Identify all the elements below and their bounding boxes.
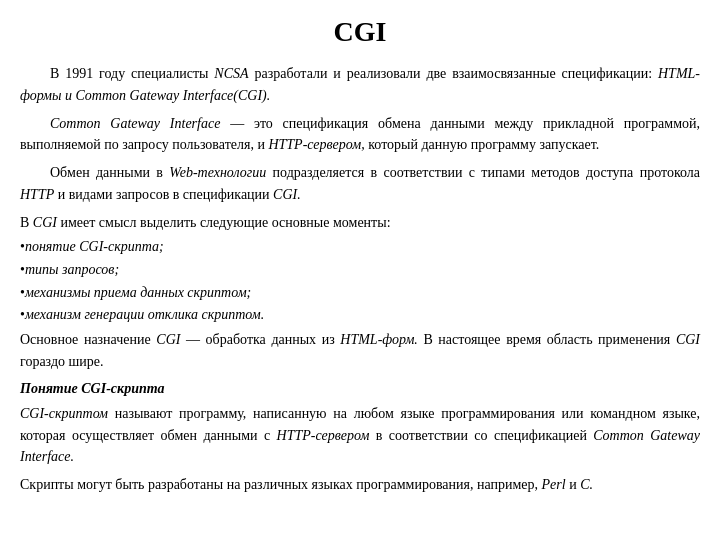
page-title: CGI	[20, 10, 700, 53]
bullet-item-4: •механизм генерации отклика скриптом.	[20, 304, 700, 326]
p2-text: Common Gateway Interface — это специфика…	[20, 116, 700, 153]
p1-text: В 1991 году специалисты NCSA разработали…	[20, 66, 700, 103]
bullet-item-1: •понятие CGI-скрипта;	[20, 236, 700, 258]
bullet-3-text: •механизмы приема данных скриптом;	[20, 285, 251, 300]
bullet-2-text: •типы запросов;	[20, 262, 119, 277]
paragraph-7: Скрипты могут быть разработаны на различ…	[20, 474, 700, 496]
paragraph-6-heading: Понятие CGI-скрипта	[20, 378, 700, 400]
p5-text: Основное назначение CGI — обработка данн…	[20, 332, 700, 369]
paragraph-5: Основное назначение CGI — обработка данн…	[20, 329, 700, 372]
paragraph-4: В CGI имеет смысл выделить следующие осн…	[20, 212, 700, 234]
p4-text: В CGI имеет смысл выделить следующие осн…	[20, 215, 391, 230]
bullet-4-text: •механизм генерации отклика скриптом.	[20, 307, 264, 322]
paragraph-6-body: CGI-скриптом называют программу, написан…	[20, 403, 700, 468]
paragraph-2: Common Gateway Interface — это специфика…	[20, 113, 700, 156]
p7-text: Скрипты могут быть разработаны на различ…	[20, 477, 593, 492]
bullet-list: •понятие CGI-скрипта; •типы запросов; •м…	[20, 236, 700, 326]
paragraph-3: Обмен данными в Web-технологии подраздел…	[20, 162, 700, 205]
paragraph-1: В 1991 году специалисты NCSA разработали…	[20, 63, 700, 106]
p3-text: Обмен данными в Web-технологии подраздел…	[20, 165, 700, 202]
p6-heading-text: Понятие CGI-скрипта	[20, 381, 165, 396]
bullet-item-2: •типы запросов;	[20, 259, 700, 281]
bullet-1-text: •понятие CGI-скрипта;	[20, 239, 164, 254]
p6-body-text: CGI-скриптом называют программу, написан…	[20, 406, 700, 464]
bullet-item-3: •механизмы приема данных скриптом;	[20, 282, 700, 304]
